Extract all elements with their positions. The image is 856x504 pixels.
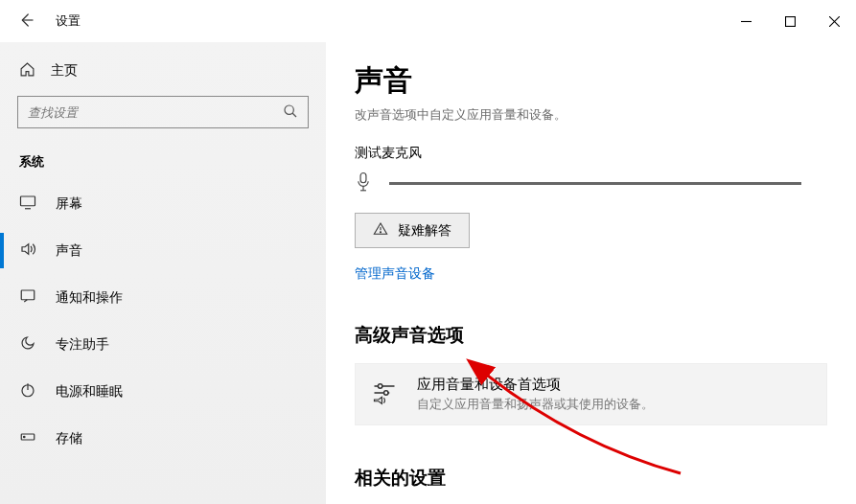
nav-label: 专注助手 (56, 336, 109, 354)
nav-label: 存储 (56, 430, 82, 447)
window-controls (724, 0, 856, 42)
nav-item-sound[interactable]: 声音 (0, 227, 326, 274)
back-button[interactable] (17, 11, 35, 32)
troubleshoot-button[interactable]: 疑难解答 (355, 213, 470, 248)
troubleshoot-label: 疑难解答 (398, 222, 451, 240)
titlebar: 设置 (0, 0, 856, 42)
svg-point-4 (285, 105, 293, 114)
svg-point-12 (24, 436, 26, 438)
page-title: 声音 (355, 61, 827, 101)
page-subtitle: 改声音选项中自定义应用音量和设备。 (355, 106, 827, 124)
window-title: 设置 (56, 12, 81, 30)
close-button[interactable] (812, 0, 856, 42)
power-icon (19, 381, 36, 401)
mic-level-bar (389, 182, 801, 185)
nav-item-notifications[interactable]: 通知和操作 (0, 274, 326, 321)
nav-item-focus[interactable]: 专注助手 (0, 321, 326, 368)
sound-icon (19, 241, 36, 261)
microphone-icon (355, 172, 372, 195)
svg-rect-13 (360, 172, 366, 182)
sidebar-group-label: 系统 (0, 142, 326, 180)
storage-icon (19, 428, 36, 448)
home-button[interactable]: 主页 (0, 50, 326, 92)
svg-point-21 (384, 391, 388, 395)
sidebar: 主页 系统 屏幕 声音 通知和操作 专注助手 (0, 42, 326, 504)
nav-item-power[interactable]: 电源和睡眠 (0, 368, 326, 415)
app-volume-desc: 自定义应用音量和扬声器或其使用的设备。 (417, 396, 654, 413)
manage-devices-link[interactable]: 管理声音设备 (355, 265, 435, 283)
nav-label: 屏幕 (56, 195, 82, 213)
related-heading: 相关的设置 (355, 466, 827, 491)
mic-test-row (355, 172, 827, 195)
nav-item-display[interactable]: 屏幕 (0, 180, 326, 227)
search-icon (283, 103, 298, 122)
mic-test-label: 测试麦克风 (355, 145, 827, 162)
svg-rect-8 (21, 290, 35, 300)
nav-label: 声音 (56, 242, 82, 260)
search-box[interactable] (17, 96, 309, 128)
maximize-button[interactable] (768, 0, 812, 42)
notifications-icon (19, 287, 36, 308)
app-volume-title: 应用音量和设备首选项 (417, 376, 654, 394)
advanced-heading: 高级声音选项 (355, 323, 827, 348)
sliders-icon (371, 379, 398, 409)
main-content: 声音 改声音选项中自定义应用音量和设备。 测试麦克风 疑难解答 管理声音设备 高… (326, 42, 856, 504)
display-icon (19, 194, 36, 214)
focus-icon (19, 334, 36, 355)
svg-rect-6 (21, 196, 35, 206)
search-input[interactable] (28, 105, 283, 120)
nav-label: 电源和睡眠 (56, 383, 123, 401)
warning-icon (373, 221, 388, 240)
minimize-button[interactable] (724, 0, 768, 42)
app-volume-card[interactable]: 应用音量和设备首选项 自定义应用音量和扬声器或其使用的设备。 (355, 363, 827, 425)
svg-point-19 (378, 384, 382, 388)
svg-line-5 (292, 113, 296, 117)
svg-rect-1 (785, 16, 795, 26)
home-icon (19, 61, 35, 80)
home-label: 主页 (51, 62, 78, 80)
svg-point-17 (380, 232, 381, 233)
nav-label: 通知和操作 (56, 289, 123, 307)
nav-item-storage[interactable]: 存储 (0, 415, 326, 462)
